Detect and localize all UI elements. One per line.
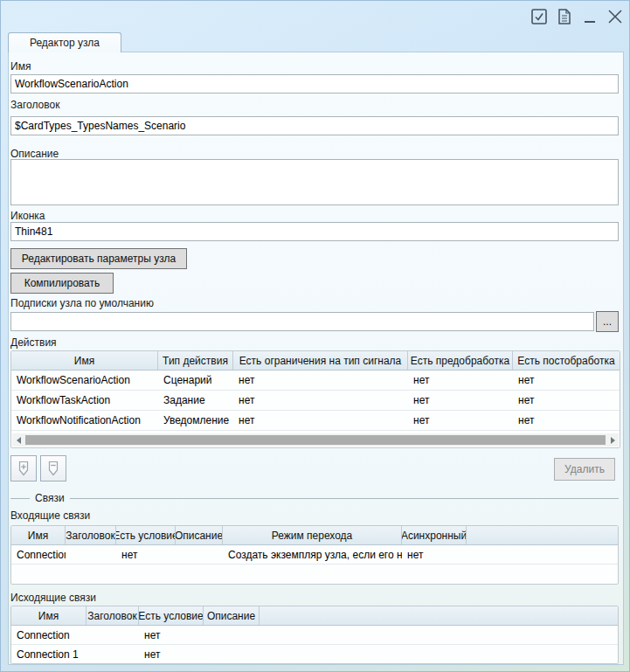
cell: Connection: [11, 626, 87, 644]
column-header-filler: [467, 526, 618, 544]
actions-table-header: Имя Тип действия Есть ограничения на тип…: [11, 351, 620, 371]
cell: WorkflowTaskAction: [11, 391, 158, 410]
subscriptions-input[interactable]: [10, 312, 594, 331]
title-input[interactable]: [10, 116, 619, 135]
horizontal-scrollbar[interactable]: [12, 433, 619, 447]
cell: Connection 2: [11, 545, 66, 564]
cell: [176, 545, 223, 564]
icon-input[interactable]: [10, 222, 619, 241]
add-action-button[interactable]: [10, 455, 37, 481]
pin-plus-icon: [17, 461, 30, 476]
cell: нет: [408, 411, 513, 430]
incoming-connections-label: Входящие связи: [10, 509, 90, 522]
column-header[interactable]: Есть ограничения на тип сигнала: [233, 351, 408, 370]
actions-table: Имя Тип действия Есть ограничения на тип…: [10, 350, 620, 448]
column-header[interactable]: Описание: [204, 606, 260, 625]
column-header[interactable]: Описание: [176, 526, 223, 544]
cell: Сценарий: [158, 371, 233, 390]
validate-icon[interactable]: [530, 6, 549, 27]
column-header[interactable]: Режим перехода: [223, 526, 402, 544]
cell: Создать экземпляр узла, если его нет: [223, 545, 402, 564]
cell: нет: [233, 391, 408, 410]
column-header[interactable]: Асинхронный: [402, 526, 467, 544]
cell: [87, 626, 139, 644]
cell: [204, 626, 260, 644]
scroll-left-arrow-icon[interactable]: [12, 433, 24, 447]
column-header[interactable]: Тип действия: [158, 351, 233, 370]
description-label: Описание: [10, 148, 59, 160]
cell: нет: [513, 371, 620, 390]
cell: нет: [233, 371, 408, 390]
cell: нет: [233, 411, 408, 430]
cell: нет: [139, 645, 204, 663]
cell: нет: [513, 411, 620, 430]
close-icon[interactable]: [606, 6, 625, 27]
node-editor-window: Редактор узла Имя Заголовок Описание Ико…: [0, 0, 630, 672]
connections-group-header: Связи: [10, 492, 619, 504]
table-row[interactable]: Connection нет: [11, 626, 618, 645]
table-row[interactable]: Connection 2 нет Создать экземпляр узла,…: [11, 545, 618, 565]
cell: [87, 645, 139, 663]
cell: Задание: [158, 391, 233, 410]
cell: нет: [139, 626, 204, 644]
cell: WorkflowNotificationAction: [11, 411, 158, 430]
column-header[interactable]: Есть условие: [139, 606, 204, 625]
incoming-connections-table: Имя Заголовок Есть условие Описание Режи…: [10, 525, 619, 585]
subscriptions-label: Подписки узла по умолчанию: [10, 297, 154, 309]
name-input[interactable]: [10, 74, 619, 94]
table-row[interactable]: WorkflowNotificationAction Уведомление н…: [11, 411, 620, 431]
cell: WorkflowScenarioAction: [11, 371, 158, 390]
pin-minus-icon: [47, 461, 59, 476]
column-header[interactable]: Заголовок: [66, 526, 116, 544]
description-input[interactable]: [10, 159, 619, 205]
divider: [70, 498, 619, 499]
column-header[interactable]: Имя: [11, 351, 158, 370]
minimize-icon[interactable]: [580, 6, 599, 27]
scrollbar-thumb[interactable]: [25, 435, 606, 445]
icon-label: Иконка: [10, 210, 45, 222]
tab-label: Редактор узла: [30, 37, 100, 49]
table-row[interactable]: WorkflowScenarioAction Сценарий нет нет …: [11, 371, 620, 391]
incoming-table-header: Имя Заголовок Есть условие Описание Режи…: [11, 526, 618, 545]
document-icon[interactable]: [555, 6, 574, 27]
cell: нет: [513, 391, 620, 410]
outgoing-connections-label: Исходящие связи: [10, 592, 96, 604]
divider: [10, 498, 30, 499]
cell: нет: [408, 391, 513, 410]
outgoing-table-header: Имя Заголовок Есть условие Описание: [11, 606, 618, 626]
cell: [204, 645, 260, 663]
editor-panel: Имя Заголовок Описание Иконка Редактиров…: [8, 52, 624, 665]
table-row[interactable]: WorkflowTaskAction Задание нет нет нет: [11, 391, 620, 411]
compile-button[interactable]: Компилировать: [10, 273, 114, 294]
cell: Connection 1: [11, 645, 87, 663]
cell: нет: [408, 371, 513, 390]
actions-label: Действия: [10, 336, 57, 349]
title-label: Заголовок: [10, 99, 59, 111]
column-header[interactable]: Есть предобработка: [408, 351, 513, 370]
outgoing-connections-table: Имя Заголовок Есть условие Описание Conn…: [10, 606, 619, 664]
cell: [66, 545, 116, 564]
column-header[interactable]: Имя: [11, 526, 66, 544]
column-header[interactable]: Имя: [11, 606, 87, 625]
subscriptions-browse-button[interactable]: ...: [596, 311, 619, 332]
column-header[interactable]: Заголовок: [87, 606, 139, 625]
delete-button[interactable]: Удалить: [554, 458, 615, 481]
scroll-right-arrow-icon[interactable]: [606, 433, 619, 447]
table-row[interactable]: Connection 1 нет: [11, 645, 618, 664]
name-label: Имя: [10, 60, 31, 73]
cell: Уведомление: [158, 411, 233, 430]
column-header[interactable]: Есть условие: [116, 526, 176, 544]
connections-group-label: Связи: [30, 492, 70, 504]
window-controls: [530, 5, 625, 28]
cell: нет: [116, 545, 176, 564]
edit-node-params-button[interactable]: Редактировать параметры узла: [10, 248, 187, 269]
tab-node-editor[interactable]: Редактор узла: [8, 32, 121, 52]
remove-action-button[interactable]: [40, 455, 66, 481]
column-header[interactable]: Есть постобработка: [513, 351, 620, 370]
cell: нет: [402, 545, 467, 564]
column-header-filler: [260, 606, 618, 625]
